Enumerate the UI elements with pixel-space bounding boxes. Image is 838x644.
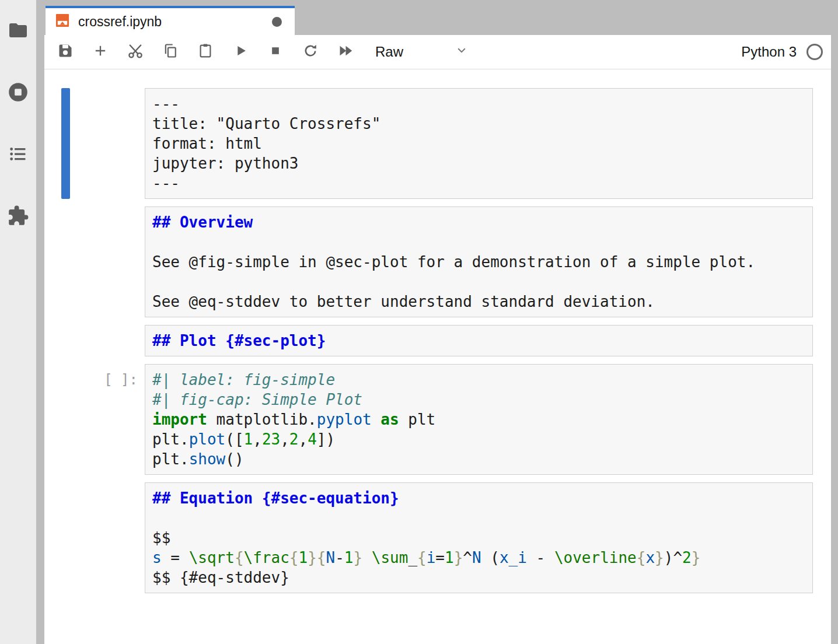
cell-editor[interactable]: #| label: fig-simple#| fig-cap: Simple P… <box>145 364 813 475</box>
save-icon <box>57 43 74 61</box>
execution-count <box>70 88 145 199</box>
notebook-cells: ---title: "Quarto Crossrefs"format: html… <box>44 69 831 593</box>
cell-code: [ ]:#| label: fig-simple#| fig-cap: Simp… <box>61 364 813 475</box>
sidebar-tab-file-browser[interactable] <box>0 20 36 41</box>
execution-count <box>70 482 145 593</box>
cell-collapser[interactable] <box>61 325 70 356</box>
copy-icon <box>162 43 179 61</box>
cell-collapser[interactable] <box>61 482 70 593</box>
unsaved-changes-indicator <box>272 17 282 27</box>
toolbar-buttons <box>53 39 368 65</box>
clipboard-icon <box>197 43 214 61</box>
cell-markdown: ## OverviewSee @fig-simple in @sec-plot … <box>61 206 813 317</box>
puzzle-icon <box>7 205 29 227</box>
kernel-status-icon <box>806 44 823 60</box>
execution-count <box>70 206 145 317</box>
cell-editor[interactable]: ## Equation {#sec-equation}$$s = \sqrt{\… <box>145 482 813 593</box>
cell-editor[interactable]: ---title: "Quarto Crossrefs"format: html… <box>145 88 813 199</box>
toolbar-save-button[interactable] <box>53 39 78 65</box>
cell-markdown: ## Equation {#sec-equation}$$s = \sqrt{\… <box>61 482 813 593</box>
fast-forward-icon <box>337 42 354 62</box>
tab-crossref-ipynb[interactable]: crossref.ipynb <box>46 6 295 35</box>
sidebar-tab-running-sessions[interactable] <box>0 81 36 103</box>
activity-bar <box>0 0 36 644</box>
kernel-name[interactable]: Python 3 <box>741 44 797 60</box>
list-icon <box>8 144 28 164</box>
toolbar-restart-kernel-button[interactable] <box>298 39 323 65</box>
main-area: crossref.ipynb Raw Python 3 ---title: "Q… <box>44 0 831 644</box>
execution-count <box>70 325 145 356</box>
folder-icon <box>8 20 29 41</box>
execution-count: [ ]: <box>70 364 145 475</box>
cell-collapser[interactable] <box>61 88 70 199</box>
sidebar-tab-extension-manager[interactable] <box>0 205 36 227</box>
tab-title: crossref.ipynb <box>78 14 162 30</box>
play-icon <box>232 43 249 61</box>
stop-icon <box>267 43 284 61</box>
toolbar-restart-run-all-button[interactable] <box>333 39 358 65</box>
cell-collapser[interactable] <box>61 206 70 317</box>
cell-collapser[interactable] <box>61 364 70 475</box>
toolbar-interrupt-kernel-button[interactable] <box>263 39 288 65</box>
right-edge-strip <box>831 0 838 644</box>
toolbar-cut-cell-button[interactable] <box>123 39 148 65</box>
chevron-down-icon <box>455 43 469 61</box>
toolbar-run-cell-button[interactable] <box>228 39 253 65</box>
cell-editor[interactable]: ## Plot {#sec-plot} <box>145 325 813 356</box>
notebook-file-icon <box>54 12 71 31</box>
toolbar-paste-cell-button[interactable] <box>193 39 218 65</box>
cell-markdown: ## Plot {#sec-plot} <box>61 325 813 356</box>
stop-circle-icon <box>7 81 29 103</box>
notebook-toolbar: Raw Python 3 <box>44 35 831 69</box>
restart-icon <box>302 43 319 61</box>
tab-bar: crossref.ipynb <box>44 0 831 35</box>
scissors-icon <box>127 42 144 62</box>
toolbar-insert-cell-button[interactable] <box>88 39 113 65</box>
cell-editor[interactable]: ## OverviewSee @fig-simple in @sec-plot … <box>145 206 813 317</box>
sidebar-splitter <box>36 0 44 644</box>
toolbar-copy-cell-button[interactable] <box>158 39 183 65</box>
cell-type-dropdown[interactable]: Raw <box>375 43 469 61</box>
plus-icon <box>92 43 109 61</box>
cell-type-value: Raw <box>375 44 403 60</box>
sidebar-tab-table-of-contents[interactable] <box>0 144 36 164</box>
cell-raw: ---title: "Quarto Crossrefs"format: html… <box>61 88 813 199</box>
